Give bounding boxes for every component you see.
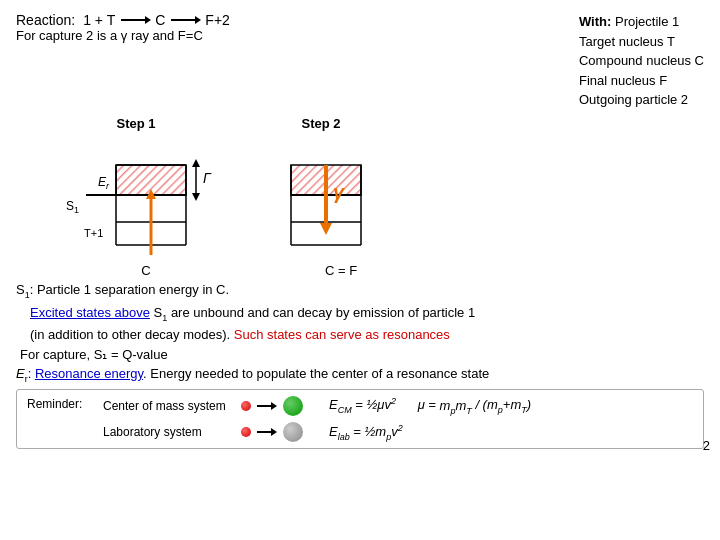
ball-diagram-cm <box>241 396 303 416</box>
svg-marker-14 <box>192 193 200 201</box>
with-label: With: <box>579 14 611 29</box>
svg-text:γ: γ <box>333 181 346 203</box>
reminder-label: Reminder: <box>27 397 82 411</box>
step1-label: Step 1 <box>66 116 206 131</box>
reaction-arrow2 <box>169 12 201 28</box>
formula-elab: Elab = ½mpv2 <box>329 423 531 442</box>
system-lab: Laboratory system <box>103 425 233 439</box>
diagram2: γ <box>276 137 406 257</box>
reaction-part3: F+2 <box>205 12 230 28</box>
excited-states-text: Excited states above S1 are unbound and … <box>30 303 704 345</box>
er-description-text: Er: Resonance energy. Energy needed to p… <box>16 366 704 384</box>
with-item-5: Outgoing particle 2 <box>579 92 688 107</box>
s1-description: S1: Particle 1 separation energy in C. <box>16 282 704 300</box>
arrow-cm <box>255 399 279 413</box>
with-item-1: Projectile 1 <box>615 14 679 29</box>
with-block: With: Projectile 1 Target nucleus T Comp… <box>579 12 704 110</box>
page-number: 2 <box>703 438 710 453</box>
svg-marker-1 <box>145 16 151 24</box>
reaction-arrow1 <box>119 12 151 28</box>
system-cm: Center of mass system <box>103 399 233 413</box>
with-item-4: Final nucleus F <box>579 73 667 88</box>
formula-ecm: ECM = ½μv2 μ = mpmT / (mp+mT) <box>329 396 531 415</box>
reaction-part2: C <box>155 12 165 28</box>
svg-marker-31 <box>271 428 277 436</box>
ball-diagram-lab <box>241 422 303 442</box>
svg-marker-13 <box>192 159 200 167</box>
step2-label: Step 2 <box>256 116 386 131</box>
diagram1-svg: Γ <box>66 137 226 257</box>
capture-line: For capture 2 is a γ ray and F=C <box>16 28 230 43</box>
diagram2-bottom: C = F <box>325 263 357 278</box>
arrow-lab <box>255 425 279 439</box>
svg-text:Γ: Γ <box>203 170 212 186</box>
capture-s1-text: For capture, S₁ = Q-value <box>20 347 704 362</box>
with-item-3: Compound nucleus C <box>579 53 704 68</box>
svg-marker-29 <box>271 402 277 410</box>
svg-marker-3 <box>195 16 201 24</box>
reaction-part1: 1 + T <box>83 12 115 28</box>
with-item-2: Target nucleus T <box>579 34 675 49</box>
reaction-label: Reaction: <box>16 12 75 28</box>
diagram2-svg: γ <box>276 137 406 257</box>
reminder-box: Reminder: Center of mass system <box>16 389 704 449</box>
svg-marker-26 <box>320 223 332 235</box>
diagram1-bottom: C <box>141 263 150 278</box>
diagram1: S1 T+1 Er <box>66 137 226 257</box>
